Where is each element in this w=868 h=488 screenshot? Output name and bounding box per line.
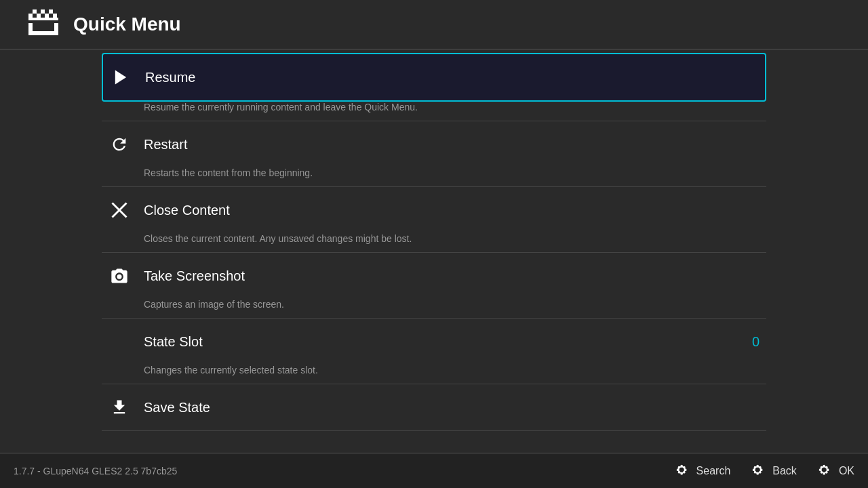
svg-rect-0: [28, 14, 33, 18]
version-text: 1.7.7 - GLupeN64 GLES2 2.5 7b7cb25: [14, 466, 177, 476]
page-title: Quick Menu: [73, 14, 181, 35]
svg-point-22: [680, 472, 683, 474]
svg-point-26: [754, 466, 757, 468]
svg-rect-1: [33, 9, 37, 14]
menu-item-state-slot[interactable]: State Slot 0 Changes the currently selec…: [102, 319, 766, 384]
svg-rect-10: [33, 31, 54, 35]
svg-rect-7: [28, 18, 58, 20]
svg-point-18: [683, 466, 686, 468]
back-button-icon: [751, 463, 767, 479]
restart-label: Restart: [144, 137, 187, 152]
header: Quick Menu: [0, 0, 868, 49]
svg-point-36: [825, 466, 828, 468]
close-icon: [108, 199, 130, 221]
svg-point-20: [683, 471, 686, 474]
state-slot-desc: Changes the currently selected state slo…: [102, 365, 766, 384]
play-icon: [110, 66, 132, 88]
svg-point-14: [117, 274, 122, 279]
camera-icon: [108, 265, 130, 287]
close-content-label: Close Content: [144, 203, 230, 218]
search-label: Search: [696, 465, 731, 477]
svg-rect-15: [114, 272, 117, 273]
svg-marker-11: [115, 70, 126, 85]
svg-rect-3: [41, 9, 45, 14]
menu-item-restart[interactable]: Restart Restarts the content from the be…: [102, 121, 766, 187]
svg-point-35: [821, 466, 823, 468]
svg-point-17: [677, 466, 680, 468]
download-icon: [108, 396, 130, 418]
state-slot-label: State Slot: [144, 334, 203, 350]
retroarch-icon: [27, 8, 60, 41]
svg-point-24: [684, 468, 686, 471]
svg-rect-5: [49, 9, 53, 14]
svg-point-19: [677, 471, 680, 474]
menu-item-close-main[interactable]: Close Content: [102, 187, 766, 233]
menu-item-resume[interactable]: Resume Resume the currently running cont…: [102, 53, 766, 121]
resume-desc: Resume the currently running content and…: [102, 102, 766, 121]
menu-item-save-state[interactable]: Save State: [102, 384, 766, 431]
svg-point-21: [680, 464, 683, 467]
screenshot-label: Take Screenshot: [144, 268, 245, 284]
svg-point-29: [759, 471, 762, 474]
svg-point-28: [754, 471, 757, 474]
close-content-desc: Closes the current content. Any unsaved …: [102, 233, 766, 252]
svg-point-32: [753, 468, 755, 471]
ok-button[interactable]: OK: [817, 463, 854, 479]
svg-point-31: [757, 472, 760, 474]
state-slot-spacer: [108, 331, 130, 352]
svg-rect-8: [28, 23, 33, 35]
state-slot-value: 0: [752, 334, 760, 350]
menu-item-restart-main[interactable]: Restart: [102, 121, 766, 167]
restart-icon: [108, 134, 130, 155]
svg-rect-6: [53, 14, 57, 18]
search-button[interactable]: Search: [675, 463, 731, 479]
menu-item-state-slot-main[interactable]: State Slot 0: [102, 319, 766, 365]
back-label: Back: [772, 465, 797, 477]
svg-point-40: [823, 472, 825, 474]
search-button-icon: [675, 463, 691, 479]
footer-controls: Search Back: [675, 463, 854, 479]
menu-item-screenshot[interactable]: Take Screenshot Captures an image of the…: [102, 253, 766, 319]
svg-point-41: [819, 468, 822, 471]
ok-button-icon: [817, 463, 833, 479]
svg-rect-9: [54, 23, 58, 35]
svg-point-33: [760, 468, 763, 471]
svg-point-38: [825, 471, 828, 474]
svg-point-30: [757, 464, 760, 467]
save-state-label: Save State: [144, 400, 210, 415]
back-button[interactable]: Back: [751, 463, 797, 479]
menu-content: Resume Resume the currently running cont…: [0, 53, 868, 431]
svg-point-23: [676, 468, 679, 471]
screenshot-desc: Captures an image of the screen.: [102, 299, 766, 318]
svg-point-37: [821, 471, 823, 474]
menu-item-resume-main[interactable]: Resume: [102, 53, 766, 102]
svg-point-42: [827, 468, 829, 471]
menu-item-screenshot-main[interactable]: Take Screenshot: [102, 253, 766, 299]
menu-item-save-state-main[interactable]: Save State: [102, 384, 766, 430]
footer: 1.7.7 - GLupeN64 GLES2 2.5 7b7cb25 Searc…: [0, 453, 868, 488]
svg-rect-2: [37, 14, 41, 18]
restart-desc: Restarts the content from the beginning.: [102, 167, 766, 186]
svg-point-27: [759, 466, 762, 468]
svg-rect-4: [45, 14, 49, 18]
ok-label: OK: [839, 465, 854, 477]
menu-item-close-content[interactable]: Close Content Closes the current content…: [102, 187, 766, 253]
svg-point-39: [823, 464, 825, 467]
resume-label: Resume: [145, 70, 195, 85]
